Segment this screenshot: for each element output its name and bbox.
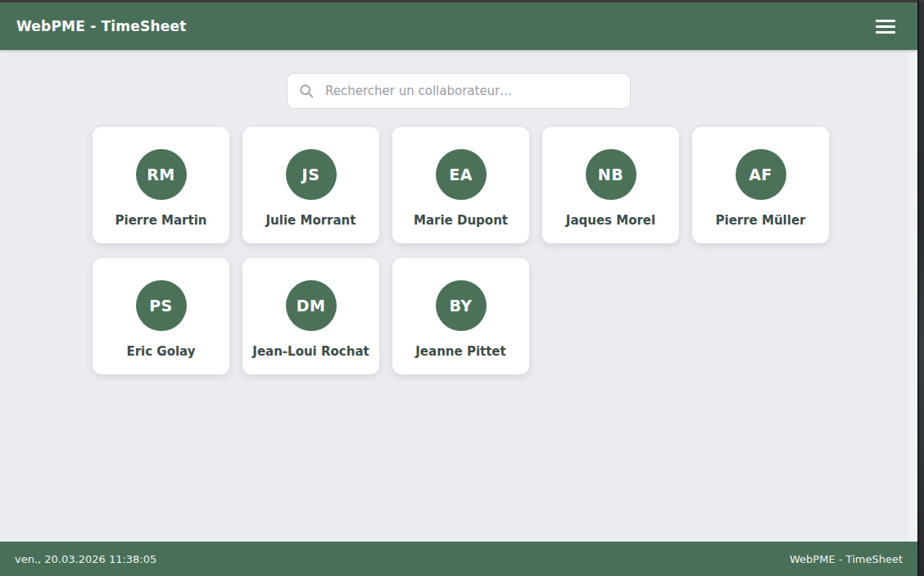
avatar-initials: PS [149, 297, 173, 315]
collaborator-name: Pierre Müller [716, 213, 806, 228]
collaborator-name: Jeanne Pittet [415, 344, 505, 359]
avatar: PS [136, 280, 187, 331]
window-top-border [0, 0, 924, 2]
avatar: BY [436, 280, 487, 331]
collaborator-card[interactable]: BY Jeanne Pittet [392, 258, 529, 374]
hamburger-icon [876, 20, 895, 22]
collaborator-card[interactable]: EA Marie Dupont [392, 127, 529, 243]
avatar: DM [286, 280, 337, 331]
avatar-initials: EA [449, 166, 473, 184]
collaborator-name: Marie Dupont [414, 213, 508, 228]
avatar-initials: AF [749, 166, 772, 184]
avatar: EA [436, 149, 487, 200]
desktop-edge [919, 0, 924, 576]
avatar-initials: RM [147, 166, 175, 184]
collaborator-name: Pierre Martin [116, 213, 207, 228]
avatar-initials: DM [297, 297, 326, 315]
avatar: RM [136, 149, 187, 200]
search-input[interactable] [287, 73, 631, 109]
collaborator-grid: RM Pierre Martin JS Julie Morrant EA Mar… [93, 127, 830, 374]
collaborator-card[interactable]: RM Pierre Martin [93, 127, 229, 243]
window-right-border [917, 0, 919, 576]
search-bar [287, 73, 631, 109]
avatar: JS [286, 149, 337, 200]
page-title: WebPME - TimeSheet [16, 18, 187, 34]
scrollbar[interactable] [906, 50, 917, 542]
hamburger-menu-button[interactable] [872, 14, 899, 39]
avatar: NB [586, 149, 636, 200]
collaborator-card[interactable]: AF Pierre Müller [692, 127, 829, 243]
collaborator-card[interactable]: DM Jean-Loui Rochat [242, 258, 379, 374]
app-header: WebPME - TimeSheet [0, 2, 917, 50]
collaborator-name: Julie Morrant [266, 213, 356, 228]
collaborator-card[interactable]: PS Eric Golay [93, 258, 229, 374]
avatar-initials: BY [449, 297, 472, 315]
app-window: WebPME - TimeSheet RM Pierre Martin [0, 2, 917, 576]
avatar-initials: NB [598, 166, 623, 184]
avatar: AF [736, 149, 786, 200]
footer-datetime: ven., 20.03.2026 11:38:05 [15, 553, 156, 565]
collaborator-name: Eric Golay [126, 344, 195, 359]
main-content: RM Pierre Martin JS Julie Morrant EA Mar… [0, 50, 917, 542]
avatar-initials: JS [302, 166, 320, 184]
app-footer: ven., 20.03.2026 11:38:05 WebPME - TimeS… [0, 542, 917, 576]
collaborator-name: Jaques Morel [566, 213, 655, 228]
footer-app-name: WebPME - TimeSheet [790, 553, 903, 565]
collaborator-name: Jean-Loui Rochat [252, 344, 369, 359]
collaborator-card[interactable]: JS Julie Morrant [242, 127, 379, 243]
collaborator-card[interactable]: NB Jaques Morel [542, 127, 679, 243]
